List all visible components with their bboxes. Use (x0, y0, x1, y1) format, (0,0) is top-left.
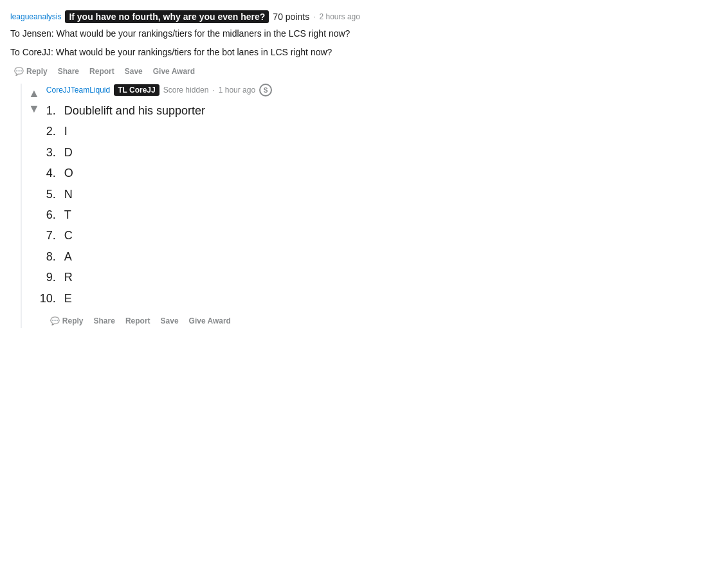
downvote-button[interactable]: ▼ (27, 102, 41, 116)
reply-comment-give-award-button[interactable]: Give Award (185, 314, 235, 328)
list-item: Doublelift and his supporter (59, 100, 718, 121)
list-item: R (59, 267, 718, 288)
reply-comment-score-hidden: Score hidden (163, 86, 209, 95)
list-item: D (59, 142, 718, 163)
reply-comment-header: CoreJJTeamLiquid TL CoreJJ Score hidden … (46, 84, 718, 96)
reply-comment-save-button[interactable]: Save (157, 314, 183, 328)
reply-comment-flair: TL CoreJJ (114, 84, 159, 96)
reply-comment-share-button[interactable]: Share (90, 314, 119, 328)
top-comment-save-button[interactable]: Save (121, 64, 147, 78)
top-comment-reply-button[interactable]: 💬 Reply (10, 64, 51, 78)
reply-content: CoreJJTeamLiquid TL CoreJJ Score hidden … (46, 84, 718, 328)
chat-icon: 💬 (50, 316, 60, 325)
reply-comment-action-bar: 💬 Reply Share Report Save Give Award (46, 314, 718, 328)
list-item: I (59, 121, 718, 141)
reply-comment-body: Doublelift and his supporter I D O N T C… (46, 100, 718, 309)
top-comment-share-button[interactable]: Share (54, 64, 83, 78)
top-comment-body: To Jensen: What would be your rankings/t… (10, 27, 718, 59)
reply-comment: ▲ ▼ CoreJJTeamLiquid TL CoreJJ Score hid… (21, 84, 718, 328)
reply-comment-dot: · (212, 86, 214, 95)
reply-comment-report-button[interactable]: Report (122, 314, 154, 328)
reply-comment-list: Doublelift and his supporter I D O N T C… (46, 100, 718, 309)
chat-icon: 💬 (14, 67, 24, 76)
top-comment-dot: · (313, 12, 315, 21)
top-comment-timestamp: 2 hours ago (320, 12, 360, 21)
snoo-icon: S (259, 84, 272, 96)
top-comment-points: 70 points (273, 12, 309, 22)
list-item: E (59, 288, 718, 309)
top-comment-line-2: To CoreJJ: What would be your rankings/t… (10, 46, 718, 59)
top-comment-username[interactable]: leagueanalysis (10, 12, 61, 21)
list-item: C (59, 225, 718, 246)
list-item: N (59, 184, 718, 205)
top-comment-title: If you have no fourth, why are you even … (65, 10, 269, 23)
list-item: T (59, 205, 718, 225)
top-comment-header: leagueanalysis If you have no fourth, wh… (10, 10, 718, 23)
top-comment: leagueanalysis If you have no fourth, wh… (10, 10, 718, 78)
top-comment-give-award-button[interactable]: Give Award (149, 64, 199, 78)
reply-comment-username[interactable]: CoreJJTeamLiquid (46, 86, 110, 95)
upvote-button[interactable]: ▲ (27, 86, 41, 100)
list-item: A (59, 246, 718, 267)
reply-comment-timestamp: 1 hour ago (219, 86, 255, 95)
top-comment-line-1: To Jensen: What would be your rankings/t… (10, 27, 718, 41)
list-item: O (59, 163, 718, 183)
vote-controls: ▲ ▼ (27, 84, 41, 328)
top-comment-action-bar: 💬 Reply Share Report Save Give Award (10, 64, 718, 78)
reply-comment-reply-button[interactable]: 💬 Reply (46, 314, 87, 328)
top-comment-report-button[interactable]: Report (86, 64, 118, 78)
